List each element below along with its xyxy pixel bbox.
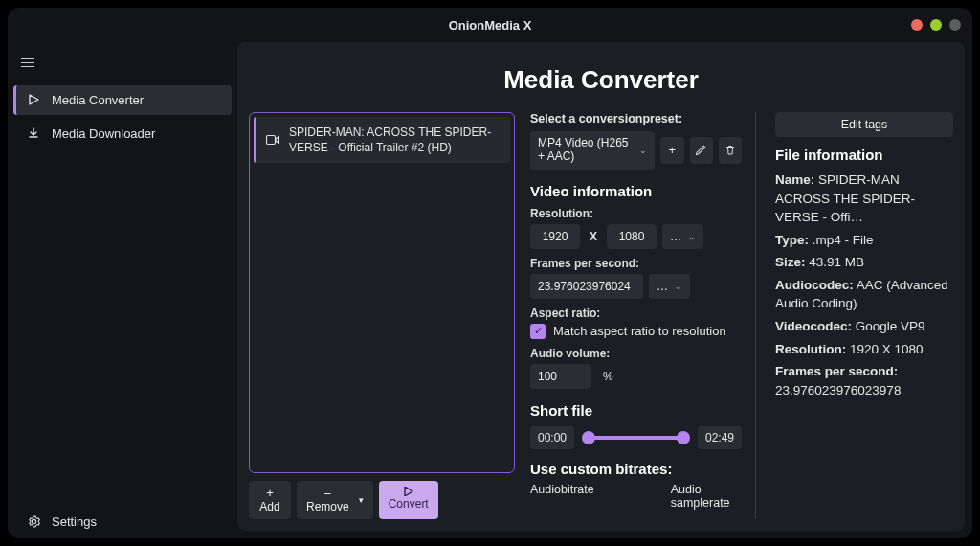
percent-unit: % (603, 370, 613, 383)
remove-label: Remove (306, 500, 349, 513)
hamburger-icon (21, 56, 34, 70)
trim-end-time: 02:49 (698, 426, 742, 449)
queue-item[interactable]: SPIDER-MAN: ACROSS THE SPIDER-VERSE - Of… (254, 117, 510, 163)
info-videocodec: Videocodec: Google VP9 (775, 317, 953, 336)
chevron-down-icon: ▾ (359, 495, 364, 505)
preset-label: Select a conversionpreset: (530, 112, 742, 125)
custom-bitrates-heading: Use custom bitrates: (530, 461, 742, 477)
aspect-ratio-label: Aspect ratio: (530, 307, 742, 320)
convert-button[interactable]: Convert (379, 481, 438, 519)
plus-icon: + (266, 487, 274, 499)
fps-input[interactable] (530, 274, 643, 299)
file-queue: SPIDER-MAN: ACROSS THE SPIDER-VERSE - Of… (249, 112, 515, 473)
add-button[interactable]: + Add (249, 481, 291, 519)
info-resolution: Resolution: 1920 X 1080 (775, 340, 953, 359)
dots-icon: … (657, 280, 669, 293)
video-icon (266, 134, 279, 146)
aspect-checkbox-label: Match aspect ratio to resolution (553, 324, 726, 338)
chevron-down-icon: ⌄ (688, 232, 696, 241)
add-preset-button[interactable]: + (660, 137, 683, 164)
trash-icon (724, 144, 736, 156)
height-input[interactable] (607, 224, 657, 249)
titlebar: OnionMedia X (8, 8, 972, 42)
fps-menu[interactable]: … ⌄ (649, 274, 690, 299)
sidebar-item-settings[interactable]: Settings (13, 507, 232, 536)
menu-toggle-button[interactable] (8, 46, 237, 83)
preset-value: MP4 Video (H265 + AAC) (538, 137, 634, 164)
sidebar: Media Converter Media Downloader Setting… (8, 42, 237, 538)
play-outline-icon (27, 94, 40, 105)
trim-end-thumb[interactable] (677, 431, 690, 444)
dots-icon: … (670, 230, 682, 243)
sidebar-item-media-converter[interactable]: Media Converter (13, 85, 232, 115)
edit-preset-button[interactable] (690, 137, 713, 164)
svg-rect-0 (267, 136, 276, 145)
add-label: Add (259, 500, 279, 513)
audio-samplerate-label: Audio samplerate (671, 483, 742, 510)
window-title: OnionMedia X (449, 18, 532, 33)
delete-preset-button[interactable] (719, 137, 742, 164)
trim-slider[interactable] (584, 436, 688, 440)
video-info-heading: Video information (530, 183, 742, 199)
pencil-icon (695, 144, 707, 156)
window-controls (911, 19, 961, 31)
file-info-heading: File information (775, 147, 953, 163)
info-audiocodec: Audiocodec: AAC (Advanced Audio Coding) (775, 276, 953, 313)
aspect-ratio-checkbox[interactable]: ✓ (530, 324, 546, 339)
play-icon (404, 487, 413, 496)
trim-start-time: 00:00 (530, 426, 574, 449)
remove-button[interactable]: − Remove ▾ (297, 481, 373, 519)
audio-volume-input[interactable] (530, 364, 591, 389)
short-file-heading: Short file (530, 402, 742, 419)
close-button[interactable] (949, 19, 961, 31)
gear-icon (27, 515, 40, 528)
info-type: Type: .mp4 - File (775, 231, 953, 250)
plus-icon: + (669, 143, 677, 157)
edit-tags-button[interactable]: Edit tags (775, 112, 953, 137)
convert-label: Convert (389, 497, 429, 511)
resolution-label: Resolution: (530, 207, 742, 220)
minimize-button[interactable] (911, 19, 923, 31)
download-icon (27, 127, 40, 139)
resolution-menu[interactable]: … ⌄ (662, 224, 703, 249)
sidebar-item-label: Settings (52, 514, 97, 529)
page-title: Media Converter (237, 65, 965, 95)
info-name: Name: SPIDER-MAN ACROSS THE SPIDER-VERSE… (775, 171, 953, 227)
preset-select[interactable]: MP4 Video (H265 + AAC) ⌄ (530, 131, 655, 170)
chevron-down-icon: ⌄ (675, 282, 682, 291)
audiobitrate-label: Audiobitrate (530, 483, 594, 510)
sidebar-item-label: Media Converter (52, 93, 144, 107)
width-input[interactable] (530, 224, 580, 249)
info-size: Size: 43.91 MB (775, 253, 953, 272)
sidebar-item-label: Media Downloader (52, 126, 155, 141)
audio-volume-label: Audio volume: (530, 347, 742, 360)
trim-start-thumb[interactable] (582, 431, 595, 444)
maximize-button[interactable] (930, 19, 942, 31)
queue-item-title: SPIDER-MAN: ACROSS THE SPIDER-VERSE - Of… (289, 125, 501, 155)
minus-icon: − (324, 488, 332, 500)
chevron-down-icon: ⌄ (639, 146, 647, 155)
sidebar-item-media-downloader[interactable]: Media Downloader (13, 119, 232, 148)
fps-label: Frames per second: (530, 257, 742, 270)
x-separator: X (586, 230, 601, 243)
check-icon: ✓ (534, 325, 543, 337)
info-fps: Frames per second: 23.976023976023978 (775, 362, 953, 399)
